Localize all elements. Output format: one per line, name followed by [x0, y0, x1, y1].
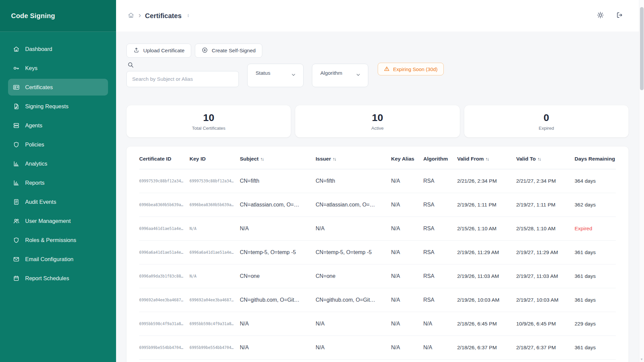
table-row[interactable]: 69997539c88bf12a34…69997539c88bf12a34…CN…: [139, 169, 616, 193]
breadcrumb: › Certificates ▲▼: [127, 12, 190, 20]
search-input[interactable]: [126, 71, 239, 87]
status-filter-select[interactable]: Status: [247, 64, 304, 87]
sidebar-item-roles-permissions[interactable]: Roles & Permissions: [8, 232, 108, 248]
cell-certificate-id: 6995bb598c4f9a31a8…: [139, 312, 190, 336]
table-row[interactable]: 6996aa461d1ae51a4e…N/AN/AN/AN/ARSA2/15/2…: [139, 217, 616, 241]
theme-toggle-sun-icon[interactable]: [597, 11, 604, 20]
table-row[interactable]: 6996a09da3b1f83c88…N/ACN=oneCN=oneN/ARSA…: [139, 264, 616, 288]
chevron-right-icon: ›: [139, 12, 141, 19]
column-header-valid-from[interactable]: Valid From↑↓: [457, 146, 516, 169]
scrollbar-down-arrow[interactable]: ▼: [639, 358, 644, 361]
breadcrumb-caret-icon: ▲▼: [187, 14, 190, 18]
cell-key-id: 699692a04ee3ba4687…: [190, 288, 240, 312]
sidebar-item-report-schedules[interactable]: Report Schedules: [8, 270, 108, 287]
expiring-soon-filter-button[interactable]: Expiring Soon (30d): [378, 63, 444, 75]
cell-days-remaining: Expired: [575, 217, 616, 241]
table-row[interactable]: 6995b99be554bb4704…6995b99be554bb4704…N/…: [139, 336, 616, 360]
file-signature-icon: [12, 103, 20, 110]
page-scrollbar: ▼: [639, 0, 644, 362]
logout-icon[interactable]: [616, 11, 623, 20]
cell-key-id: 6995b99be554bb4704…: [190, 336, 240, 360]
cell-days-remaining: 229 days: [575, 312, 616, 336]
sort-arrows-icon: ↑↓: [333, 157, 336, 162]
sidebar-item-label: Report Schedules: [25, 275, 69, 282]
cell-key-alias: N/A: [391, 336, 423, 360]
cell-algorithm: RSA: [423, 193, 457, 217]
cell-key-id: 69997539c88bf12a34…: [190, 169, 240, 193]
column-header-issuer[interactable]: Issuer↑↓: [316, 146, 391, 169]
upload-icon: [133, 47, 140, 55]
cell-algorithm: RSA: [423, 217, 457, 241]
algorithm-filter-label: Algorithm: [320, 70, 342, 76]
sidebar-item-keys[interactable]: Keys: [8, 60, 108, 76]
cell-certificate-id: 6996a09da3b1f83c88…: [139, 264, 190, 288]
column-header-valid-to[interactable]: Valid To↑↓: [516, 146, 575, 169]
cell-days-remaining: 361 days: [575, 288, 616, 312]
sidebar-item-signing-requests[interactable]: Signing Requests: [8, 98, 108, 115]
cell-issuer: CN=atlassian.com, O=…: [316, 193, 391, 217]
algorithm-filter-select[interactable]: Algorithm: [312, 64, 368, 87]
cell-subject: CN=atlassian.com, O=…: [240, 193, 316, 217]
stat-card-expired: 0 Expired: [464, 105, 629, 137]
sidebar-item-label: Agents: [25, 122, 42, 129]
sidebar-item-reports[interactable]: Reports: [8, 174, 108, 191]
table-row[interactable]: 6995bb598c4f9a31a8…6995bb598c4f9a31a8…N/…: [139, 312, 616, 336]
sidebar-item-agents[interactable]: Agents: [8, 117, 108, 134]
cell-certificate-id: 6996aa461d1ae51a4e…: [139, 217, 190, 241]
sidebar-item-label: Audit Events: [25, 199, 56, 205]
sidebar-item-email-configuration[interactable]: Email Configuration: [8, 251, 108, 267]
cell-valid-from: 2/18/26, 6:45 PM: [457, 312, 516, 336]
table-body: 69997539c88bf12a34…69997539c88bf12a34…CN…: [139, 169, 616, 360]
id-card-icon: [12, 83, 20, 91]
create-self-signed-button[interactable]: Create Self-Signed: [195, 44, 262, 58]
cell-key-id: N/A: [190, 217, 240, 241]
key-icon: [12, 64, 20, 72]
table-row[interactable]: 699692a04ee3ba4687…699692a04ee3ba4687…CN…: [139, 288, 616, 312]
sidebar-item-label: Dashboard: [25, 46, 52, 52]
shield-icon: [12, 141, 20, 148]
cell-valid-from: 2/18/26, 6:37 PM: [457, 336, 516, 360]
bar-chart-icon: [12, 160, 20, 167]
upload-certificate-button[interactable]: Upload Certificate: [126, 44, 191, 58]
chevron-down-icon: [355, 72, 361, 78]
plus-circle-icon: [202, 47, 208, 55]
sidebar-item-audit-events[interactable]: Audit Events: [8, 193, 108, 210]
cell-key-alias: N/A: [391, 193, 423, 217]
sidebar-item-analytics[interactable]: Analytics: [8, 155, 108, 172]
home-icon[interactable]: [127, 12, 135, 20]
cell-valid-to: 2/19/27, 10:03 AM: [516, 288, 575, 312]
sidebar-item-dashboard[interactable]: Dashboard: [8, 41, 108, 57]
cell-valid-from: 2/15/26, 1:10 AM: [457, 217, 516, 241]
content: Upload Certificate Create Self-Signed: [116, 32, 644, 362]
cell-key-id: 6996bea8360b5b639a…: [190, 193, 240, 217]
cell-subject: CN=github.com, O=Git…: [240, 288, 316, 312]
sidebar-item-user-management[interactable]: User Management: [8, 213, 108, 229]
sidebar-item-label: Certificates: [25, 84, 53, 90]
sidebar-header: Code Signing: [0, 0, 116, 32]
table-row[interactable]: 6996a6a41d1ae51a4e…6996a6a41d1ae51a4e…CN…: [139, 241, 616, 264]
sidebar-item-certificates[interactable]: Certificates: [8, 79, 108, 96]
topbar: › Certificates ▲▼: [116, 0, 644, 32]
column-header-subject[interactable]: Subject↑↓: [240, 146, 316, 169]
scrollbar-thumb[interactable]: [640, 7, 644, 90]
status-filter-label: Status: [256, 70, 270, 76]
stat-label: Total Certificates: [192, 126, 225, 131]
table-row[interactable]: 6996bea8360b5b639a…6996bea8360b5b639a…CN…: [139, 193, 616, 217]
action-toolbar: Upload Certificate Create Self-Signed: [126, 44, 629, 58]
column-header-key-id: Key ID: [190, 146, 240, 169]
mail-icon: [12, 255, 20, 263]
server-icon: [12, 122, 20, 129]
cell-key-alias: N/A: [391, 241, 423, 264]
cell-valid-to: 2/19/27, 1:11 PM: [516, 193, 575, 217]
search-group: [126, 61, 239, 87]
cell-subject: N/A: [240, 312, 316, 336]
stat-label: Active: [371, 126, 384, 131]
search-icon: [127, 61, 134, 70]
filters-row: Status Algorithm Expiring Soon (30d): [126, 61, 629, 87]
users-icon: [12, 217, 20, 225]
sidebar-item-policies[interactable]: Policies: [8, 136, 108, 153]
cell-key-alias: N/A: [391, 312, 423, 336]
sidebar-item-label: Email Configuration: [25, 256, 73, 262]
cell-key-id: N/A: [190, 264, 240, 288]
cell-issuer: CN=one: [316, 264, 391, 288]
